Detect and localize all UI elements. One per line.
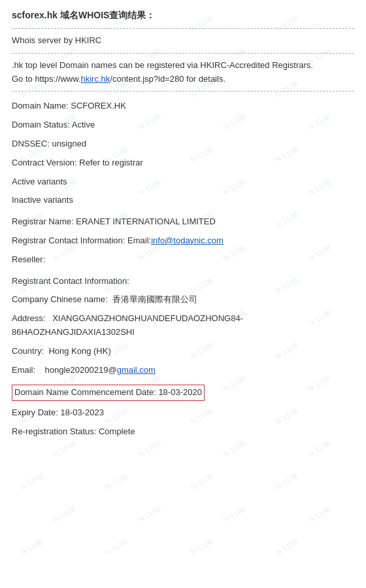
registrar-email-prefix: Email: bbox=[127, 235, 151, 245]
registrar-section: Registrar Name: ERANET INTERNATIONAL LIM… bbox=[12, 215, 354, 266]
reregistration-row: Re-registration Status: Complete bbox=[12, 425, 354, 439]
expiry-value: 18-03-2023 bbox=[60, 407, 104, 417]
email-label: Email: bbox=[12, 365, 35, 375]
commencement-row: Domain Name Commencement Date: 18-03-202… bbox=[12, 385, 354, 401]
hk-domain-link-prefix: Go to https://www. bbox=[12, 74, 81, 84]
email-row: Email: hongle20200219@gmail.com bbox=[12, 364, 354, 377]
domain-status-row: Domain Status: Active bbox=[12, 118, 354, 132]
commencement-label: Domain Name Commencement Date: bbox=[14, 387, 156, 397]
divider-2 bbox=[12, 53, 354, 54]
inactive-variants-row: Inactive variants bbox=[12, 194, 354, 207]
active-variants-text: Active variants bbox=[12, 177, 67, 186]
contract-version-row: Contract Version: Refer to registrar bbox=[12, 156, 354, 170]
expiry-row: Expiry Date: 18-03-2023 bbox=[12, 406, 354, 420]
whois-content: scforex.hk 域名WHOIS查询结果： Whois server by … bbox=[0, 0, 366, 457]
watermark-text: fx 110B bbox=[52, 504, 76, 523]
page-title: scforex.hk 域名WHOIS查询结果： bbox=[12, 10, 354, 22]
registrar-name-row: Registrar Name: ERANET INTERNATIONAL LIM… bbox=[12, 215, 354, 229]
hkirc-link[interactable]: hkirc.hk bbox=[81, 74, 110, 84]
dates-section: Domain Name Commencement Date: 18-03-202… bbox=[12, 385, 354, 438]
company-chinese-label: Company Chinese name: bbox=[12, 294, 108, 304]
dnssec-row: DNSSEC: unsigned bbox=[12, 137, 354, 151]
registrar-email-link[interactable]: info@todaynic.com bbox=[151, 235, 224, 245]
registrar-contact-row: Registrar Contact Information: Email:inf… bbox=[12, 234, 354, 248]
reseller-row: Reseller: bbox=[12, 253, 354, 267]
company-chinese-row: Company Chinese name: 香港華南國際有限公司 bbox=[12, 293, 354, 307]
email-prefix: hongle20200219@ bbox=[45, 365, 117, 375]
watermark-text: fx 110B bbox=[104, 537, 129, 556]
domain-name-text: Domain Name: SCFOREX.HK bbox=[12, 101, 126, 111]
watermark-text: fx 110B bbox=[274, 472, 299, 491]
dnssec-text: DNSSEC: unsigned bbox=[12, 139, 86, 148]
registrant-section: Registrant Contact Information: Company … bbox=[12, 275, 354, 377]
email-link[interactable]: gmail.com bbox=[117, 365, 156, 375]
registrar-contact-label: Registrar Contact Information: bbox=[12, 235, 125, 245]
country-label: Country: bbox=[12, 346, 44, 356]
address-row: Address: XIANGGANGZHONGHUANDEFUDAOZHONG8… bbox=[12, 312, 354, 339]
watermark-text: fx 110B bbox=[19, 537, 44, 556]
hk-domain-info-text: .hk top level Domain names can be regist… bbox=[12, 60, 313, 70]
commencement-box: Domain Name Commencement Date: 18-03-202… bbox=[12, 385, 205, 401]
whois-server-section: Whois server by HKIRC bbox=[12, 34, 354, 48]
commencement-value: 18-03-2020 bbox=[158, 387, 202, 397]
registrant-contact-row: Registrant Contact Information: bbox=[12, 275, 354, 288]
expiry-label: Expiry Date: bbox=[12, 407, 58, 417]
watermark-text: fx 110B bbox=[222, 504, 246, 523]
registrar-name-label: Registrar Name: bbox=[12, 216, 74, 226]
watermark-text: fx 110B bbox=[274, 537, 299, 556]
country-value: Hong Kong (HK) bbox=[48, 346, 110, 356]
watermark-text: fx 110B bbox=[19, 472, 44, 491]
address-label: Address: bbox=[12, 313, 45, 323]
domain-status-label: Domain Status: bbox=[12, 120, 70, 130]
registrar-name-value: ERANET INTERNATIONAL LIMITED bbox=[76, 216, 216, 226]
divider-1 bbox=[12, 28, 354, 29]
reregistration-label: Re-registration Status: bbox=[12, 426, 96, 436]
watermark-text: fx 110B bbox=[137, 504, 161, 523]
watermark-text: fx 110B bbox=[104, 472, 129, 491]
country-row: Country: Hong Kong (HK) bbox=[12, 345, 354, 358]
contract-version-text: Contract Version: Refer to registrar bbox=[12, 158, 143, 167]
inactive-variants-text: Inactive variants bbox=[12, 195, 73, 205]
registrant-contact-label: Registrant Contact Information: bbox=[12, 276, 129, 286]
watermark-text: fx 110B bbox=[307, 504, 331, 523]
watermark-text: fx 110B bbox=[189, 472, 214, 491]
hk-domain-link-suffix: /content.jsp?id=280 for details. bbox=[110, 74, 225, 84]
divider-3 bbox=[12, 91, 354, 92]
address-value: XIANGGANGZHONGHUANDEFUDAOZHONG84-86HAOZH… bbox=[12, 313, 243, 337]
watermark-text: fx 110B bbox=[189, 537, 214, 556]
domain-name-row: Domain Name: SCFOREX.HK bbox=[12, 99, 354, 113]
company-chinese-value: 香港華南國際有限公司 bbox=[112, 294, 197, 304]
reregistration-value: Complete bbox=[99, 426, 135, 436]
domain-status-value: Active bbox=[72, 120, 95, 130]
hk-domain-info-section: .hk top level Domain names can be regist… bbox=[12, 59, 354, 86]
whois-server-text: Whois server by HKIRC bbox=[12, 35, 101, 45]
active-variants-row: Active variants bbox=[12, 175, 354, 189]
reseller-label: Reseller: bbox=[12, 254, 45, 264]
domain-name-section: Domain Name: SCFOREX.HK Domain Status: A… bbox=[12, 99, 354, 207]
